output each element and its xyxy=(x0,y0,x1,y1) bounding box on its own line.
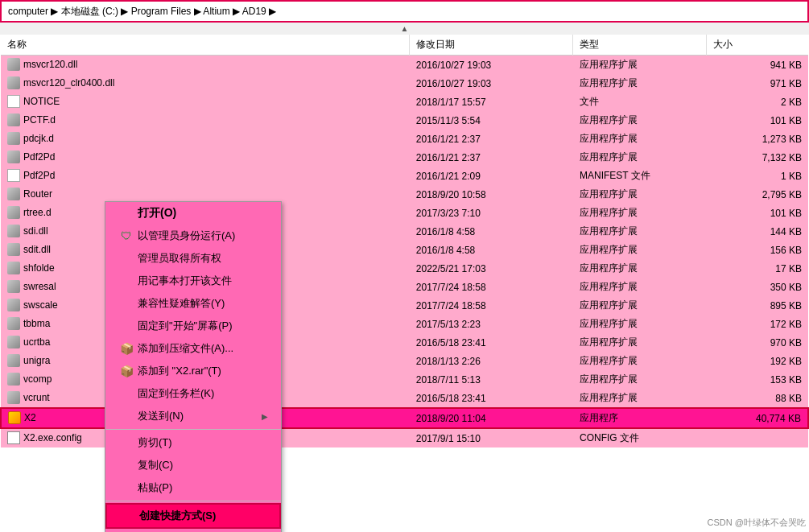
context-menu-item[interactable]: 固定到"开始"屏幕(P) xyxy=(105,315,281,337)
menu-label: 用记事本打开该文件 xyxy=(138,274,268,288)
file-date: 2017/3/23 7:10 xyxy=(410,204,573,222)
file-date: 2017/7/24 18:58 xyxy=(410,278,573,296)
menu-icon xyxy=(118,297,134,310)
file-date: 2017/5/13 2:23 xyxy=(410,315,573,333)
file-name: pdcjk.d xyxy=(1,130,410,147)
file-date: 2015/11/3 5:54 xyxy=(410,111,573,130)
file-date: 2016/1/21 2:09 xyxy=(410,167,573,185)
file-type: 应用程序扩展 xyxy=(573,352,706,370)
file-type: 应用程序扩展 xyxy=(573,56,706,75)
file-date: 2022/5/21 17:03 xyxy=(410,259,573,278)
file-size: 1 KB xyxy=(706,167,808,185)
menu-label: 复制(C) xyxy=(138,458,268,472)
file-date: 2018/9/20 10:58 xyxy=(410,185,573,204)
file-size: 2 KB xyxy=(706,93,808,111)
file-type: 应用程序扩展 xyxy=(573,185,706,204)
context-menu-item[interactable]: 📦添加到 "X2.rar"(T) xyxy=(105,360,281,382)
file-size: 1,273 KB xyxy=(706,130,808,148)
file-date: 2017/7/24 18:58 xyxy=(410,296,573,315)
column-header-size[interactable]: 大小 xyxy=(706,35,808,56)
file-size: 101 KB xyxy=(706,204,808,222)
menu-icon xyxy=(118,274,134,287)
file-name: msvcr120.dll xyxy=(1,56,410,73)
context-menu-item[interactable]: 🛡删除(D) xyxy=(105,529,281,532)
menu-label: 打开(O) xyxy=(138,206,268,221)
file-size: 17 KB xyxy=(706,259,808,278)
file-type: 应用程序扩展 xyxy=(573,389,706,408)
context-menu-item[interactable]: 📦添加到压缩文件(A)... xyxy=(105,337,281,360)
file-date: 2016/1/21 2:37 xyxy=(410,130,573,148)
sort-arrow: ▲ xyxy=(0,23,809,35)
file-date: 2018/1/17 15:57 xyxy=(410,93,573,111)
menu-label: 发送到(N) xyxy=(138,409,262,423)
table-row[interactable]: Pdf2Pd2016/1/21 2:09MANIFEST 文件1 KB xyxy=(1,167,808,185)
file-size: 895 KB xyxy=(706,296,808,315)
menu-icon xyxy=(118,410,134,423)
context-menu-item[interactable]: 剪切(T) xyxy=(105,431,281,454)
menu-label: 添加到压缩文件(A)... xyxy=(138,341,268,356)
file-type: MANIFEST 文件 xyxy=(573,167,706,185)
context-menu-item[interactable]: 复制(C) xyxy=(105,454,281,476)
file-type: 文件 xyxy=(573,93,706,111)
context-menu-item[interactable]: 打开(O) xyxy=(105,202,281,225)
menu-icon xyxy=(118,252,134,265)
file-size xyxy=(706,428,808,447)
menu-label: 固定到"开始"屏幕(P) xyxy=(138,319,268,333)
file-type: 应用程序扩展 xyxy=(573,241,706,259)
file-size: 153 KB xyxy=(706,370,808,389)
context-menu: 打开(O)🛡以管理员身份运行(A)管理员取得所有权用记事本打开该文件兼容性疑难解… xyxy=(105,201,282,532)
context-menu-item[interactable]: 兼容性疑难解答(Y) xyxy=(105,292,281,315)
context-menu-item[interactable]: 用记事本打开该文件 xyxy=(105,270,281,292)
file-size: 2,795 KB xyxy=(706,185,808,204)
file-type: 应用程序扩展 xyxy=(573,130,706,148)
context-menu-item[interactable]: 发送到(N)▶ xyxy=(105,405,281,427)
file-size: 172 KB xyxy=(706,315,808,333)
table-row[interactable]: msvcr120.dll2016/10/27 19:03应用程序扩展941 KB xyxy=(1,56,808,75)
file-type: 应用程序扩展 xyxy=(573,333,706,352)
file-size: 7,132 KB xyxy=(706,148,808,167)
file-date: 2016/10/27 19:03 xyxy=(410,74,573,93)
table-row[interactable]: PCTF.d2015/11/3 5:54应用程序扩展101 KB xyxy=(1,111,808,130)
file-type: 应用程序扩展 xyxy=(573,296,706,315)
menu-label: 固定到任务栏(K) xyxy=(138,386,268,401)
context-menu-item[interactable]: 管理员取得所有权 xyxy=(105,247,281,270)
file-name: Pdf2Pd xyxy=(1,167,410,184)
column-header-type[interactable]: 类型 xyxy=(573,35,706,56)
file-date: 2016/10/27 19:03 xyxy=(410,56,573,75)
file-size: 970 KB xyxy=(706,333,808,352)
file-date: 2018/9/20 11:04 xyxy=(410,408,573,428)
file-type: 应用程序扩展 xyxy=(573,74,706,93)
file-name: Router xyxy=(1,185,410,203)
menu-icon xyxy=(118,459,134,472)
shield-icon: 🛡 xyxy=(118,229,134,242)
address-text: computer ▶ 本地磁盘 (C:) ▶ Program Files ▶ A… xyxy=(8,5,276,19)
file-type: CONFIG 文件 xyxy=(573,428,706,447)
menu-icon xyxy=(118,207,134,220)
file-type: 应用程序扩展 xyxy=(573,111,706,130)
file-date: 2018/7/11 5:13 xyxy=(410,370,573,389)
table-row[interactable]: Pdf2Pd2016/1/21 2:37应用程序扩展7,132 KB xyxy=(1,148,808,167)
context-menu-divider xyxy=(105,429,281,430)
file-date: 2018/1/13 2:26 xyxy=(410,352,573,370)
file-size: 40,774 KB xyxy=(706,408,808,428)
file-type: 应用程序扩展 xyxy=(573,370,706,389)
column-header-name[interactable]: 名称 xyxy=(1,35,410,56)
menu-icon xyxy=(120,509,136,522)
menu-icon xyxy=(118,320,134,332)
file-date: 2016/5/18 23:41 xyxy=(410,389,573,408)
context-menu-item[interactable]: 粘贴(P) xyxy=(105,476,281,499)
table-row[interactable]: pdcjk.d2016/1/21 2:37应用程序扩展1,273 KB xyxy=(1,130,808,148)
context-menu-item[interactable]: 创建快捷方式(S) xyxy=(105,503,281,529)
column-header-date[interactable]: 修改日期 xyxy=(410,35,573,56)
table-row[interactable]: NOTICE2018/1/17 15:57文件2 KB xyxy=(1,93,808,111)
menu-icon xyxy=(118,436,134,449)
context-menu-item[interactable]: 🛡以管理员身份运行(A) xyxy=(105,225,281,247)
zip-icon: 📦 xyxy=(118,342,134,355)
context-menu-item[interactable]: 固定到任务栏(K) xyxy=(105,382,281,405)
menu-label: 以管理员身份运行(A) xyxy=(138,229,268,243)
file-size: 941 KB xyxy=(706,56,808,75)
menu-label: 剪切(T) xyxy=(138,435,268,450)
file-date: 2016/5/18 23:41 xyxy=(410,333,573,352)
file-size: 88 KB xyxy=(706,389,808,408)
table-row[interactable]: msvcr120_clr0400.dll2016/10/27 19:03应用程序… xyxy=(1,74,808,93)
